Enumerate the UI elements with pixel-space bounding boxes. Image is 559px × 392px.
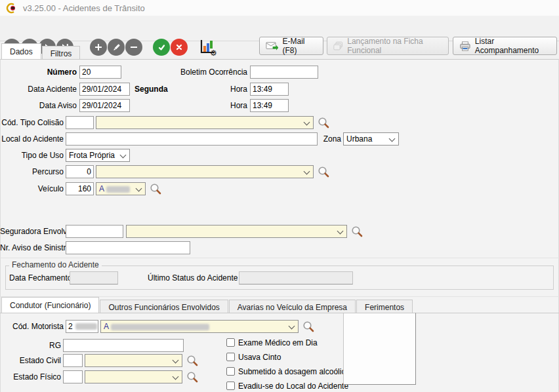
svg-text:⚙: ⚙ (210, 49, 217, 56)
chevron-down-icon (304, 119, 310, 126)
data-fechamento-label: Data Fechamento (9, 271, 68, 284)
cod-motorista-search-icon[interactable] (302, 321, 314, 332)
estado-fisico-label: Estado Físico (0, 370, 61, 383)
main-tab-strip: Dados Filtros (0, 44, 81, 59)
tab-filtros[interactable]: Filtros (42, 46, 81, 59)
percurso-search-icon[interactable] (318, 166, 329, 178)
exame-medico-checkbox-label: Exame Médico em Dia (238, 338, 318, 348)
veiculo-label: Veículo (0, 182, 64, 195)
tab-ferimentos-label: Ferimentos (365, 303, 404, 312)
bar-chart-gear-icon: ⚙ (199, 38, 218, 56)
email-button-label: E-Mail (F8) (282, 37, 317, 55)
sheets-stack-icon (333, 41, 343, 51)
veiculo-redacted-text (106, 186, 130, 193)
chevron-down-icon (337, 228, 344, 235)
percurso-code-input[interactable] (66, 165, 94, 178)
tab-dados-label: Dados (10, 47, 33, 56)
title-bar: v3.25.00 - Acidentes de Trânsito (0, 0, 559, 16)
listar-acompanhamento-button[interactable]: Listar Acompanhamento (453, 37, 557, 55)
data-acidente-input[interactable] (79, 83, 130, 96)
cod-motorista-combo-value: A (104, 322, 109, 331)
evadiu-local-checkbox[interactable] (226, 382, 235, 390)
veiculo-combo-value: A (99, 184, 104, 193)
estado-fisico-code-input[interactable] (63, 370, 83, 383)
hora-acidente-input[interactable] (250, 83, 289, 96)
app-logo-icon (5, 3, 17, 14)
tab-dados[interactable]: Dados (1, 43, 41, 59)
hora-aviso-input[interactable] (250, 99, 289, 112)
tab-avarias-veiculo[interactable]: Avarias no Veículo da Empresa (229, 300, 356, 313)
percurso-label: Percurso (0, 165, 64, 178)
delete-record-button[interactable] (125, 39, 142, 56)
estado-fisico-combo[interactable] (85, 370, 182, 383)
numero-input[interactable] (79, 66, 121, 79)
cod-motorista-combo[interactable]: A (100, 320, 299, 333)
percurso-combo[interactable] (96, 165, 314, 178)
printer-icon (459, 41, 471, 52)
data-acidente-label: Data Acidente (0, 83, 77, 96)
toolbar: ⚙ E-Mail (F8) Lançamento na Ficha Funcio… (0, 16, 559, 41)
data-aviso-input[interactable] (79, 99, 130, 112)
boletim-ocorrencia-input[interactable] (250, 66, 318, 79)
data-aviso-label: Data Aviso (0, 99, 77, 112)
usava-cinto-checkbox[interactable] (226, 353, 235, 361)
ficha-funcional-button: Lançamento na Ficha Funcional (327, 37, 449, 55)
estado-fisico-search-icon[interactable] (186, 371, 198, 383)
driver-photo-placeholder (343, 313, 416, 385)
listar-acompanhamento-button-label: Listar Acompanhamento (475, 37, 550, 55)
local-acidente-input[interactable] (66, 132, 318, 146)
email-button[interactable]: E-Mail (F8) (259, 37, 323, 55)
cancel-button[interactable] (171, 39, 188, 56)
evadiu-local-checkbox-label: Evadiu-se do Local do Acidente (238, 381, 348, 391)
detail-tab-strip: Condutor (Funcionário) Outros Funcionári… (0, 298, 413, 313)
ultimo-status-label: Último Status do Acidente (148, 271, 235, 284)
cod-motorista-combo-redacted-text (111, 324, 209, 330)
ultimo-status-input (239, 271, 353, 284)
hora-aviso-label: Hora (217, 99, 247, 112)
accident-window: v3.25.00 - Acidentes de Trânsito (0, 0, 559, 392)
chevron-down-icon (120, 152, 127, 159)
exame-medico-checkbox[interactable] (226, 338, 235, 347)
rg-input[interactable] (63, 339, 184, 352)
add-record-button[interactable] (90, 39, 107, 56)
tab-ferimentos[interactable]: Ferimentos (356, 300, 413, 313)
seguradora-combo[interactable] (126, 225, 347, 238)
aviso-sinistro-input[interactable] (66, 241, 190, 254)
tipo-uso-combo-value: Frota Própria (69, 151, 115, 160)
zona-combo[interactable]: Urbana (343, 132, 399, 146)
cod-motorista-redacted-text (75, 323, 97, 330)
tipo-colisao-search-icon[interactable] (318, 117, 329, 128)
seguradora-label: Seguradora Envolvida (0, 225, 64, 238)
tab-filtros-label: Filtros (51, 49, 72, 58)
tab-outros-funcionarios[interactable]: Outros Funcionários Envolvidos (100, 300, 228, 313)
chevron-down-icon (173, 374, 179, 380)
estado-civil-search-icon[interactable] (186, 355, 198, 366)
zona-label: Zona (315, 132, 341, 146)
veiculo-combo[interactable]: A (96, 182, 146, 195)
plus-icon (94, 43, 102, 51)
minus-icon (130, 43, 138, 51)
chart-settings-button[interactable]: ⚙ (199, 38, 218, 56)
confirm-button[interactable] (153, 39, 170, 56)
aviso-sinistro-label: Nr. Aviso de Sinistro (0, 241, 64, 254)
tab-condutor[interactable]: Condutor (Funcionário) (1, 297, 99, 313)
veiculo-code-input[interactable] (66, 182, 94, 195)
estado-civil-code-input[interactable] (63, 354, 83, 367)
tipo-colisao-combo[interactable] (96, 116, 314, 129)
chevron-down-icon (136, 186, 142, 192)
seguradora-search-icon[interactable] (351, 225, 363, 237)
window-title: v3.25.00 - Acidentes de Trânsito (23, 3, 145, 13)
edit-record-button[interactable] (108, 39, 125, 56)
local-acidente-label: Local do Acidente (0, 132, 64, 146)
tab-outros-funcionarios-label: Outros Funcionários Envolvidos (108, 303, 219, 312)
detail-panel-border (0, 313, 559, 313)
chevron-down-icon (389, 136, 396, 142)
tipo-uso-combo[interactable]: Frota Própria (66, 149, 130, 162)
estado-civil-combo[interactable] (85, 354, 182, 367)
rg-label: RG (0, 339, 61, 352)
seguradora-code-input[interactable] (66, 225, 123, 238)
dosagem-alcoolica-checkbox-label: Submetido à dosagem alcoólica (238, 366, 350, 377)
dosagem-alcoolica-checkbox[interactable] (226, 367, 235, 376)
veiculo-search-icon[interactable] (150, 183, 161, 195)
tipo-colisao-code-input[interactable] (66, 116, 94, 129)
